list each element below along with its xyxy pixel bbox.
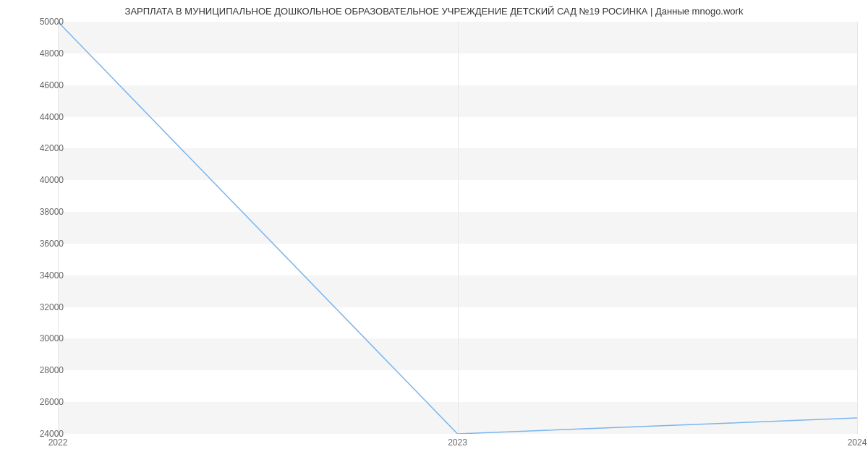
- y-axis-tick: 40000: [40, 175, 64, 185]
- y-axis-tick: 46000: [40, 80, 64, 90]
- y-axis-tick: 32000: [40, 302, 64, 312]
- y-axis-tick: 28000: [40, 365, 64, 375]
- y-axis-tick: 48000: [40, 48, 64, 59]
- y-axis-tick: 30000: [40, 333, 64, 343]
- chart-plot-area: [58, 22, 857, 434]
- y-axis-tick: 36000: [40, 239, 64, 249]
- y-axis-tick: 26000: [40, 397, 64, 407]
- y-axis-tick: 44000: [40, 112, 64, 122]
- x-axis-tick: 2023: [448, 437, 467, 448]
- y-axis-tick: 50000: [40, 17, 64, 27]
- y-axis-tick: 34000: [40, 270, 64, 281]
- chart-title: ЗАРПЛАТА В МУНИЦИПАЛЬНОЕ ДОШКОЛЬНОЕ ОБРА…: [125, 6, 744, 17]
- y-axis-tick: 38000: [40, 207, 64, 217]
- x-axis-tick: 2022: [48, 437, 68, 448]
- x-axis-tick: 2024: [848, 437, 867, 448]
- line-series: [58, 22, 857, 434]
- y-axis-tick: 42000: [40, 143, 64, 153]
